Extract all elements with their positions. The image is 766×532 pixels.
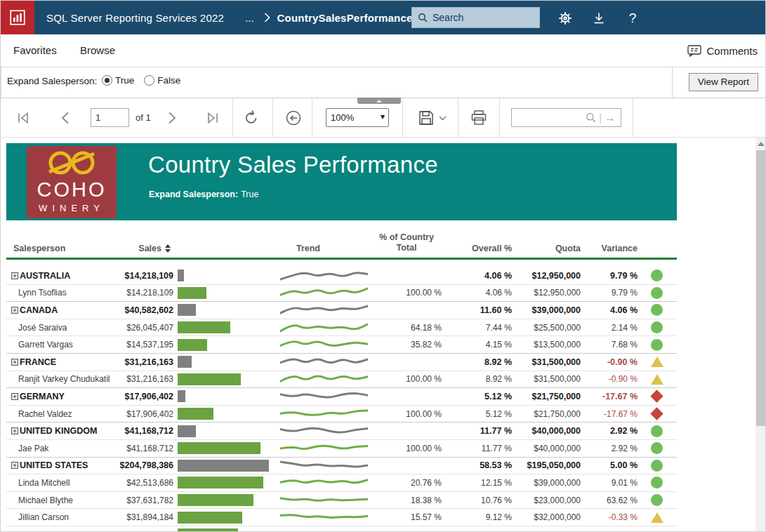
kpi-circle-indicator	[651, 477, 663, 488]
expand-salesperson-radios: True False	[102, 75, 180, 86]
reporting-services-logo[interactable]	[1, 1, 34, 35]
header-sales[interactable]: Sales	[112, 244, 178, 258]
chevron-right-icon	[264, 13, 270, 22]
sales-bar	[178, 528, 238, 532]
expand-icon[interactable]	[11, 462, 18, 469]
sales-bar	[178, 512, 242, 524]
row-variance: -17.67 %	[589, 392, 649, 401]
tab-favorites[interactable]: Favorites	[13, 34, 57, 67]
country-row: AUSTRALIA$14,218,1094.06 %$12,950,0009.7…	[6, 267, 677, 285]
page-count-label: of 1	[136, 112, 151, 123]
download-icon[interactable]	[591, 11, 607, 26]
kpi-circle-indicator	[651, 442, 663, 454]
radio-true-circle[interactable]	[102, 75, 112, 86]
page-number-input[interactable]	[91, 108, 129, 127]
expand-icon[interactable]	[11, 272, 18, 279]
kpi-triangle-indicator	[651, 357, 663, 367]
row-trend-cell	[276, 423, 371, 439]
expand-icon[interactable]	[11, 393, 18, 400]
row-indicator-cell	[649, 512, 677, 523]
row-variance: 9.01 %	[589, 478, 649, 488]
portal-search-input[interactable]	[432, 12, 524, 23]
salesperson-row: Rachel Valdez$17,906,402100.00 %5.12 %$2…	[6, 406, 677, 423]
row-bar-cell	[178, 321, 276, 333]
sales-bar	[178, 304, 196, 316]
row-bar-cell	[178, 512, 276, 524]
last-page-button[interactable]	[203, 108, 223, 128]
tab-browse[interactable]: Browse	[80, 34, 115, 67]
salesperson-row: Michael Blythe$37,631,78218.38 %10.76 %$…	[6, 492, 677, 510]
first-page-button[interactable]	[13, 108, 33, 128]
find-text-box: | →	[511, 108, 621, 127]
row-name-label: Jae Pak	[18, 444, 48, 453]
breadcrumb-ellipsis[interactable]: ...	[245, 12, 254, 24]
row-indicator-cell	[649, 321, 677, 333]
find-input[interactable]	[512, 112, 583, 123]
row-name: UNITED STATES	[6, 460, 112, 470]
help-icon[interactable]: ?	[625, 11, 640, 26]
trend-sparkline	[280, 406, 368, 422]
trend-sparkline	[280, 475, 368, 491]
row-quota: $40,000,000	[517, 426, 589, 436]
kpi-circle-indicator	[651, 425, 663, 437]
zoom-select[interactable]: 100%	[326, 108, 389, 127]
print-button[interactable]	[469, 108, 489, 128]
trend-sparkline	[280, 320, 368, 335]
row-indicator-cell	[649, 494, 677, 506]
portal-search-box[interactable]	[411, 7, 540, 28]
row-overall-pct: 4.15 %	[442, 340, 517, 350]
row-bar-cell	[178, 373, 276, 385]
row-pct-country: 35.82 %	[371, 340, 442, 350]
scrollbar-up-arrow[interactable]	[758, 142, 765, 146]
row-quota: $12,950,000	[517, 271, 589, 281]
report-header-band: COHO WINERY Country Sales Performance Ex…	[6, 143, 677, 220]
header-overall: Overall %	[442, 244, 517, 258]
scrollbar-thumb[interactable]	[756, 150, 766, 426]
salesperson-row: José Saraiva$26,045,40764.18 %7.44 %$25,…	[6, 319, 677, 337]
trend-sparkline	[280, 510, 368, 525]
kpi-circle-indicator	[651, 494, 663, 506]
row-bar-cell	[178, 390, 276, 402]
previous-page-button[interactable]	[55, 108, 75, 128]
radio-false[interactable]: False	[144, 75, 180, 86]
salesperson-row: Jae Pak$41,168,712100.00 %11.77 %$40,000…	[6, 440, 677, 458]
row-name: Linda Mitchell	[6, 478, 112, 488]
row-pct-country: 15.57 %	[371, 512, 442, 522]
save-export-button[interactable]	[416, 108, 436, 128]
expand-icon[interactable]	[11, 359, 18, 366]
breadcrumb-current[interactable]: CountrySalesPerformance	[277, 12, 413, 24]
settings-gear-icon[interactable]	[557, 11, 573, 26]
row-quota: $31,500,000	[517, 357, 589, 367]
back-to-parent-button[interactable]	[284, 108, 303, 128]
row-name: FRANCE	[6, 357, 112, 367]
find-next-arrow[interactable]: →	[602, 112, 621, 124]
kpi-triangle-indicator	[651, 512, 663, 523]
toolbar-separator	[499, 98, 500, 137]
row-overall-pct: 11.77 %	[442, 444, 517, 453]
next-page-button[interactable]	[162, 108, 182, 128]
expand-icon[interactable]	[11, 427, 18, 434]
row-variance: 7.68 %	[589, 340, 649, 350]
kpi-circle-indicator	[651, 339, 663, 351]
find-search-icon[interactable]	[583, 112, 599, 123]
partial-clipped-row	[6, 526, 677, 532]
row-bar-cell	[178, 270, 276, 281]
row-quota: $40,000,000	[517, 444, 589, 453]
trend-sparkline	[280, 302, 368, 318]
row-name: Garrett Vargas	[6, 340, 112, 350]
toolbar-separator	[232, 98, 233, 137]
trend-sparkline	[280, 493, 368, 508]
view-report-button[interactable]: View Report	[689, 73, 758, 91]
row-variance: 2.92 %	[589, 426, 649, 436]
comments-button[interactable]: Comments	[687, 34, 758, 67]
save-dropdown-chevron[interactable]	[436, 108, 449, 128]
row-name-label: AUSTRALIA	[20, 271, 70, 281]
parameter-pane-splitter-handle[interactable]	[357, 98, 401, 104]
row-sales-value: $42,513,686	[112, 478, 178, 488]
row-indicator-cell	[649, 460, 677, 472]
refresh-button[interactable]	[242, 108, 261, 128]
radio-false-circle[interactable]	[144, 75, 154, 86]
sort-icon[interactable]	[165, 244, 171, 253]
radio-true[interactable]: True	[102, 75, 134, 86]
expand-icon[interactable]	[11, 307, 18, 314]
